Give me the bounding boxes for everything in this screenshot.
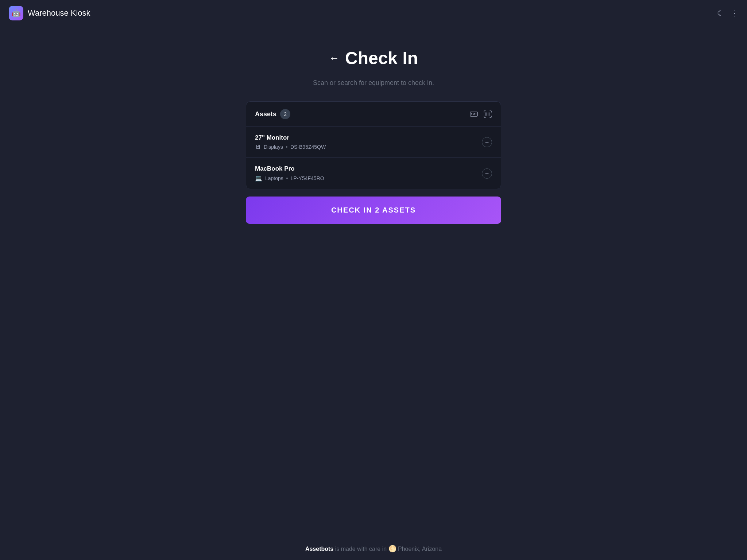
asset-name: MacBook Pro (255, 165, 324, 172)
back-button[interactable]: ← (329, 52, 339, 64)
footer-brand: Assetbots (305, 546, 333, 552)
minus-icon: − (485, 139, 489, 146)
remove-asset-button[interactable]: − (482, 168, 492, 179)
page-footer: Assetbots is made with care in 🌕 Phoenix… (0, 537, 747, 560)
app-logo: 🤖 (9, 6, 23, 20)
footer-text: is made with care in (333, 546, 388, 552)
asset-code: DS-B95Z45QW (290, 144, 326, 150)
moon-icon[interactable]: ☾ (717, 9, 724, 18)
app-header: 🤖 Warehouse Kiosk ☾ ⋮ (0, 0, 747, 26)
assets-panel: Assets 2 (246, 101, 501, 189)
barcode-scan-icon[interactable] (483, 110, 492, 118)
asset-name: 27" Monitor (255, 134, 326, 141)
assets-count-badge: 2 (280, 109, 290, 119)
header-right: ☾ ⋮ (717, 9, 738, 18)
asset-code: LP-Y54F45RO (291, 175, 324, 181)
main-content: ← Check In Scan or search for equipment … (0, 26, 747, 537)
remove-asset-button[interactable]: − (482, 137, 492, 147)
svg-rect-0 (470, 112, 477, 116)
asset-category: Laptops (265, 175, 283, 181)
assets-panel-header: Assets 2 (246, 102, 501, 127)
app-title: Warehouse Kiosk (28, 8, 90, 18)
assets-title-group: Assets 2 (255, 109, 290, 119)
checkin-button[interactable]: CHECK IN 2 ASSETS (246, 197, 501, 224)
asset-info: MacBook Pro 💻 Laptops LP-Y54F45RO (255, 165, 324, 182)
asset-meta: 💻 Laptops LP-Y54F45RO (255, 175, 324, 182)
display-icon: 🖥 (255, 144, 261, 150)
asset-category: Displays (264, 144, 283, 150)
asset-item: 27" Monitor 🖥 Displays DS-B95Z45QW − (246, 127, 501, 158)
asset-info: 27" Monitor 🖥 Displays DS-B95Z45QW (255, 134, 326, 150)
assets-actions (469, 110, 492, 118)
menu-icon[interactable]: ⋮ (731, 9, 738, 18)
robot-icon: 🤖 (12, 9, 21, 18)
asset-meta: 🖥 Displays DS-B95Z45QW (255, 144, 326, 150)
dot-separator (286, 178, 288, 179)
page-title: Check In (345, 48, 418, 68)
asset-item: MacBook Pro 💻 Laptops LP-Y54F45RO − (246, 158, 501, 189)
dot-separator (286, 146, 287, 148)
assets-label: Assets (255, 110, 276, 118)
page-subtitle: Scan or search for equipment to check in… (313, 79, 434, 87)
keyboard-icon[interactable] (469, 110, 478, 118)
laptop-icon: 💻 (255, 175, 262, 182)
sun-icon: 🌕 (388, 545, 396, 553)
footer-location: Phoenix, Arizona (398, 546, 442, 552)
page-header: ← Check In (329, 48, 418, 68)
minus-icon: − (485, 170, 489, 177)
header-left: 🤖 Warehouse Kiosk (9, 6, 90, 20)
